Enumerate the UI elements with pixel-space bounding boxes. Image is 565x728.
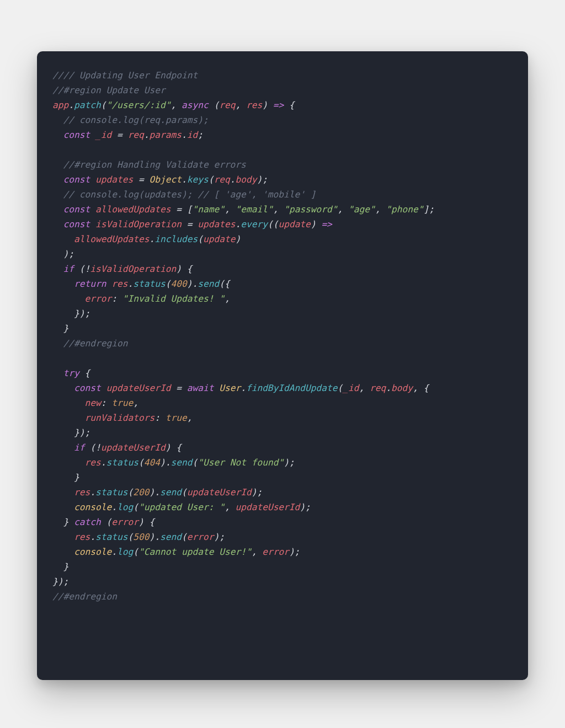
code-line: } (52, 561, 68, 572)
code-token: . (111, 502, 117, 512)
code-line: } catch (error) { (52, 517, 154, 527)
code-token: . (230, 174, 236, 185)
code-token: , (338, 204, 349, 215)
code-token: error (187, 532, 214, 542)
code-token: ]; (424, 204, 435, 215)
code-token: //#region Handling Validate errors (63, 159, 246, 170)
code-token (52, 189, 63, 200)
code-token: : (101, 398, 112, 408)
code-token: ( (198, 234, 203, 244)
code-token: ( (192, 457, 198, 468)
code-token: error (84, 293, 111, 304)
code-token (90, 130, 95, 140)
code-token: } (52, 472, 79, 483)
code-token: // console.log(updates); // [ 'age', 'mo… (63, 189, 316, 200)
code-token: update (203, 234, 235, 244)
code-token: const (74, 383, 101, 393)
code-block[interactable]: //// Updating User Endpoint //#region Up… (52, 68, 513, 604)
code-token (52, 413, 84, 423)
code-line: const _id = req.params.id; (52, 130, 203, 140)
code-line: if (!isValidOperation) { (52, 264, 192, 274)
code-line: app.patch("/users/:id", async (req, res)… (52, 100, 295, 110)
code-token: ); (300, 502, 311, 512)
code-token (214, 383, 219, 393)
code-token: : (111, 293, 122, 304)
code-token: , (187, 413, 193, 423)
code-line: //#endregion (52, 338, 127, 349)
code-token (52, 204, 63, 215)
code-token: ; (198, 130, 203, 140)
code-token: try (63, 368, 79, 378)
code-token: log (117, 547, 133, 557)
code-token: , (273, 204, 284, 215)
code-token: . (386, 383, 391, 393)
code-token: isValidOperation (90, 264, 176, 274)
code-token: ); (257, 174, 268, 185)
code-token (52, 547, 74, 557)
code-token: updateUserId (187, 487, 252, 497)
code-line: }); (52, 308, 90, 319)
code-token: await (187, 383, 214, 393)
code-token: status (95, 532, 127, 542)
code-token: Object (149, 174, 181, 185)
code-token: updateUserId (235, 502, 300, 512)
code-token: console (74, 502, 111, 512)
code-token (52, 219, 63, 229)
code-token: = (133, 174, 149, 185)
code-token (90, 174, 95, 185)
code-token: ( (182, 487, 187, 497)
code-token: ); (289, 547, 300, 557)
code-token: ). (149, 487, 160, 497)
code-token: return (74, 279, 106, 289)
code-token: , (133, 398, 138, 408)
code-token: error (111, 517, 138, 527)
code-token: ) { (138, 517, 154, 527)
code-token: res (246, 100, 262, 110)
code-token: id (187, 130, 198, 140)
code-line: const allowedUpdates = ["name", "email",… (52, 204, 434, 215)
code-token (52, 383, 74, 393)
code-token: updates (198, 219, 235, 229)
code-token: ( (209, 174, 214, 185)
code-token: //#region Update User (52, 85, 166, 95)
code-token: "Cannot update User!" (138, 547, 252, 557)
code-token: , (375, 204, 386, 215)
code-token (52, 159, 63, 170)
code-line: res.status(200).send(updateUserId); (52, 487, 262, 497)
code-token: ) (235, 234, 241, 244)
code-token: => (273, 100, 284, 110)
code-token: ) (311, 219, 322, 229)
code-token: = [ (170, 204, 192, 215)
code-token: , (225, 204, 236, 215)
code-token (106, 279, 111, 289)
code-token: //#endregion (52, 591, 117, 602)
code-line: console.log("updated User: ", updateUser… (52, 502, 311, 512)
code-line: return res.status(400).send({ (52, 279, 230, 289)
code-line: //#endregion (52, 591, 117, 602)
code-token: status (106, 457, 138, 468)
code-token: patch (74, 100, 101, 110)
code-token: . (241, 383, 246, 393)
code-token (52, 115, 63, 125)
code-token: { (284, 100, 295, 110)
code-token: , (225, 502, 236, 512)
code-token: update (278, 219, 310, 229)
code-token: ( (127, 487, 133, 497)
code-token: true (166, 413, 187, 423)
code-token: ). (160, 457, 171, 468)
code-token: body (235, 174, 257, 185)
code-token (52, 442, 74, 453)
code-token: res (84, 457, 100, 468)
code-token: ( (101, 517, 112, 527)
code-line: res.status(404).send("User Not found"); (52, 457, 295, 468)
code-token: error (262, 547, 289, 557)
code-token: => (321, 219, 332, 229)
code-token: status (95, 487, 127, 497)
code-token: }); (52, 427, 90, 438)
code-token: 200 (133, 487, 149, 497)
code-token: = (182, 219, 198, 229)
code-token: req (370, 383, 386, 393)
code-token: ( (138, 457, 144, 468)
code-token: app (52, 100, 68, 110)
code-token: isValidOperation (95, 219, 182, 229)
